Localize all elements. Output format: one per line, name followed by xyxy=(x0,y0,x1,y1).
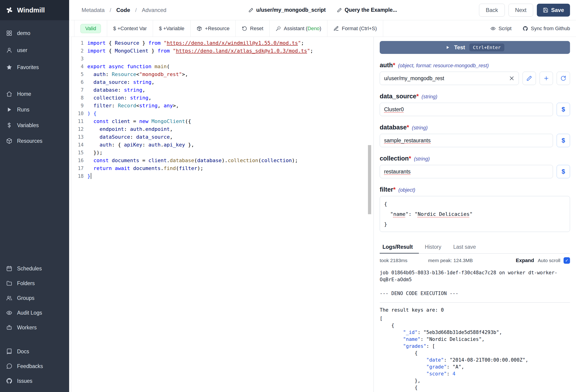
code-line[interactable]: 18} xyxy=(72,172,374,180)
sidebar-item-schedules[interactable]: Schedules xyxy=(0,261,69,276)
tab-logs-result[interactable]: Logs/Result xyxy=(380,241,419,253)
database-variable-button[interactable]: $ xyxy=(557,134,570,147)
expand-link[interactable]: Expand xyxy=(516,257,534,263)
back-button[interactable]: Back xyxy=(479,4,505,17)
line-number: 10 xyxy=(72,110,84,117)
code-editor[interactable]: 1import { Resource } from "https://deno.… xyxy=(71,37,374,392)
sidebar-item-favorites[interactable]: Favorites xyxy=(0,60,69,75)
next-button[interactable]: Next xyxy=(509,4,533,17)
field-auth-header: auth* (object, format: resource-mongodb_… xyxy=(380,62,570,69)
reset-button[interactable]: Reset xyxy=(235,20,269,37)
sidebar-item-docs[interactable]: Docs xyxy=(0,344,69,359)
sidebar-item-label: Home xyxy=(17,91,31,97)
filter-json-editor[interactable]: { "name": "Nordic Delicacies"} xyxy=(380,196,570,232)
script-preview-button[interactable]: Script xyxy=(490,26,512,31)
chat-icon xyxy=(6,363,12,369)
tab-last-save[interactable]: Last save xyxy=(447,241,482,253)
code-line[interactable]: 3 xyxy=(72,55,374,63)
code-line[interactable]: 4export async function main( xyxy=(72,63,374,70)
test-button[interactable]: Test Ctrl+Enter xyxy=(380,41,570,54)
sidebar-item-label: Groups xyxy=(17,295,34,301)
add-resource-button[interactable] xyxy=(540,72,553,85)
code-line[interactable]: 16 const documents = client.database(dat… xyxy=(72,157,374,165)
play-icon xyxy=(445,45,450,50)
code-line[interactable]: 15 }); xyxy=(72,149,374,157)
assistant-button[interactable]: Assistant (Deno) xyxy=(269,20,327,37)
field-data-source-type: (string) xyxy=(422,94,437,100)
code-line[interactable]: 1import { Resource } from "https://deno.… xyxy=(72,39,374,47)
code-line[interactable]: 7 database: string, xyxy=(72,86,374,94)
code-line[interactable]: 14 auth: { apiKey: auth.api_key }, xyxy=(72,141,374,149)
sidebar-item-groups[interactable]: Groups xyxy=(0,291,69,306)
format-button[interactable]: Format (Ctrl+S) xyxy=(327,20,383,37)
code-line[interactable]: 17 return await documents.find(filter); xyxy=(72,165,374,172)
run-panel: Test Ctrl+Enter auth* (object, format: r… xyxy=(374,37,576,392)
database-input[interactable]: sample_restaurants xyxy=(380,134,553,147)
editor-scrollbar[interactable] xyxy=(368,37,371,392)
code-line[interactable]: 6 data_source: string, xyxy=(72,78,374,86)
clear-resource-icon[interactable] xyxy=(509,76,515,81)
sidebar-item-home[interactable]: Home xyxy=(0,86,69,101)
edit-resource-button[interactable] xyxy=(522,72,536,85)
test-shortcut-badge: Ctrl+Enter xyxy=(469,44,504,51)
auth-resource-input[interactable]: u/user/my_mongodb_rest xyxy=(380,72,519,85)
editor-scrollbar-thumb[interactable] xyxy=(368,145,371,214)
eye-icon xyxy=(6,309,12,316)
save-button[interactable]: Save xyxy=(537,4,570,17)
reset-label: Reset xyxy=(250,26,263,31)
github-icon xyxy=(522,26,528,31)
sidebar-item-audit-logs[interactable]: Audit Logs xyxy=(0,306,69,320)
add-resource-toolbar-button[interactable]: +Resource xyxy=(190,20,235,37)
required-asterisk: * xyxy=(407,124,409,131)
code-line[interactable]: 9 filter: Record<string, any>, xyxy=(72,102,374,110)
add-context-var-button[interactable]: $ +Context Var xyxy=(107,20,153,37)
tab-history[interactable]: History xyxy=(419,241,447,253)
sidebar-item-label: Runs xyxy=(17,107,29,113)
script-summary[interactable]: Query the Example... xyxy=(337,7,397,13)
code-line[interactable]: 12 endpoint: auth.endpoint, xyxy=(72,125,374,133)
code-line[interactable]: 13 dataSource: data_source, xyxy=(72,133,374,141)
book-icon xyxy=(6,348,12,355)
sync-from-github-button[interactable]: Sync from Github xyxy=(522,26,570,31)
result-json: [ { "_id": "5eb3d668b31de5d588f4293b", "… xyxy=(380,315,570,392)
sidebar-item-label: Folders xyxy=(17,280,35,286)
autoscroll-checkbox[interactable]: ✓ xyxy=(564,257,570,264)
line-number: 13 xyxy=(72,133,84,141)
collection-input[interactable]: restaurants xyxy=(380,165,553,178)
format-icon xyxy=(333,26,339,31)
sidebar-logo[interactable]: Windmill xyxy=(0,0,69,20)
code-line[interactable]: 5 auth: Resource<"mongodb_rest">, xyxy=(72,70,374,78)
code-line[interactable]: 2import { MongoClient } from "https://de… xyxy=(72,47,374,55)
sidebar-item-variables[interactable]: Variables xyxy=(0,118,69,133)
tab-metadata[interactable]: Metadata xyxy=(82,7,105,13)
refresh-resource-button[interactable] xyxy=(557,72,570,85)
tab-advanced[interactable]: Advanced xyxy=(142,7,166,13)
data-source-variable-button[interactable]: $ xyxy=(557,103,570,116)
sidebar-item-folders[interactable]: Folders xyxy=(0,276,69,291)
cube-icon xyxy=(6,138,12,144)
sidebar-item-workers[interactable]: Workers xyxy=(0,320,69,335)
script-identity: u/user/my_mongodb_script Query the Examp… xyxy=(248,7,397,13)
code-line[interactable]: 10) { xyxy=(72,110,374,117)
field-collection-label: collection xyxy=(380,155,409,162)
tab-code[interactable]: Code xyxy=(116,7,130,13)
script-path[interactable]: u/user/my_mongodb_script xyxy=(248,7,326,13)
sidebar-item-resources[interactable]: Resources xyxy=(0,134,69,148)
sidebar-item-runs[interactable]: Runs xyxy=(0,102,69,117)
result-tabs: Logs/Result History Last save xyxy=(380,241,570,253)
sidebar-item-user[interactable]: user xyxy=(0,43,69,57)
code-line[interactable]: 8 collection: string, xyxy=(72,94,374,102)
sidebar-item-label: Variables xyxy=(17,122,39,129)
code-line[interactable]: 11 const client = new MongoClient({ xyxy=(72,117,374,125)
sidebar-item-issues[interactable]: Issues xyxy=(0,374,69,388)
data-source-input[interactable]: Cluster0 xyxy=(380,103,553,116)
sidebar: Windmill demouserFavorites HomeRunsVaria… xyxy=(0,0,69,392)
format-label: Format (Ctrl+S) xyxy=(342,26,377,31)
lint-status-cell: Valid xyxy=(74,20,107,37)
collection-variable-button[interactable]: $ xyxy=(557,165,570,178)
sidebar-item-demo[interactable]: demo xyxy=(0,26,69,41)
result-line: "grade": "A", xyxy=(380,364,570,370)
add-variable-button[interactable]: $ +Variable xyxy=(153,20,190,37)
field-collection-type: (string) xyxy=(414,156,430,162)
sidebar-item-feedbacks[interactable]: Feedbacks xyxy=(0,359,69,374)
